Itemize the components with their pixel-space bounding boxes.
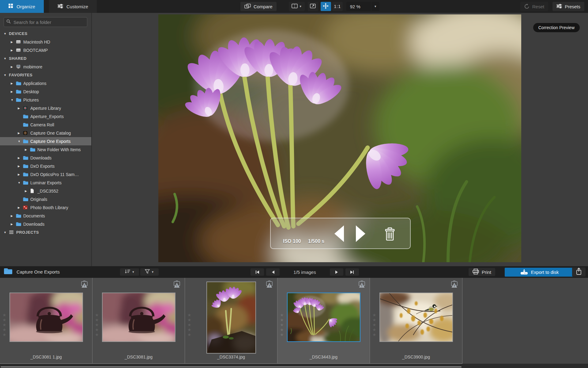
sidebar-item-downloads[interactable]: ▶Downloads — [0, 154, 91, 162]
thumbnail[interactable] — [9, 293, 83, 342]
chevron-down-icon[interactable]: ▼ — [4, 57, 9, 60]
filter-button[interactable]: ▼ — [140, 268, 159, 276]
chevron-down-icon[interactable]: ▼ — [4, 231, 9, 234]
zoom-level-dropdown[interactable]: ▼ — [371, 2, 379, 11]
compare-button[interactable]: Compare — [240, 2, 277, 11]
star-icon[interactable]: ★ — [95, 332, 99, 337]
sidebar-item-luminar-exports[interactable]: ▼Luminar Exports — [0, 178, 91, 187]
first-image-button[interactable] — [251, 268, 264, 276]
chevron-down-icon[interactable]: ▼ — [4, 74, 9, 77]
chevron-right-icon[interactable]: ▶ — [18, 132, 23, 135]
filmstrip-cell[interactable]: !★★★★★_DSC3374.jpg — [185, 278, 277, 364]
star-icon[interactable]: ★ — [372, 312, 376, 317]
sort-button[interactable]: ▼ — [120, 268, 139, 276]
next-image-button[interactable] — [330, 268, 343, 276]
sidebar-item-capture-one-catalog[interactable]: ▶Capture One Catalog — [0, 129, 91, 137]
star-icon[interactable]: ★ — [187, 312, 191, 317]
fullscreen-button[interactable] — [308, 2, 318, 11]
star-icon[interactable]: ★ — [372, 327, 376, 332]
star-icon[interactable]: ★ — [95, 312, 99, 317]
star-rating[interactable]: ★★★★★ — [372, 312, 376, 337]
sidebar-item-devices[interactable]: ▼DEVICES — [0, 29, 91, 38]
filmstrip-cell[interactable]: !★★★★★_DSC3081.jpg — [92, 278, 185, 364]
sidebar-item-favorites[interactable]: ▼FAVORITES — [0, 71, 91, 79]
chevron-right-icon[interactable]: ▶ — [11, 49, 16, 52]
star-icon[interactable]: ★ — [280, 332, 284, 337]
thumbnail[interactable] — [287, 293, 360, 342]
chevron-right-icon[interactable]: ▶ — [11, 65, 16, 68]
chevron-right-icon[interactable]: ▶ — [18, 173, 23, 176]
sidebar-item-aperture-exports[interactable]: Aperture_Exports — [0, 112, 91, 121]
star-rating[interactable]: ★★★★★ — [2, 312, 6, 337]
sidebar-item-mobimore[interactable]: ▶mobimore — [0, 63, 91, 71]
sidebar-item-dxo-opticspro-11-sam[interactable]: ▶DxO OpticsPro 11 Sam… — [0, 170, 91, 178]
star-icon[interactable]: ★ — [2, 322, 6, 327]
star-rating[interactable]: ★★★★★ — [95, 312, 99, 337]
share-button[interactable] — [572, 267, 586, 277]
filmstrip-cell[interactable]: !★★★★★_DSC3443.jpg — [277, 278, 370, 364]
sidebar-item-aperture-library[interactable]: ▶Aperture Library — [0, 104, 91, 112]
search-input[interactable] — [13, 19, 85, 25]
move-tool-button[interactable] — [321, 2, 331, 11]
sidebar-item-pictures[interactable]: ▼Pictures — [0, 96, 91, 104]
chevron-right-icon[interactable]: ▶ — [25, 190, 30, 193]
reset-button[interactable]: Reset — [520, 2, 548, 11]
chevron-right-icon[interactable]: ▶ — [11, 90, 16, 93]
filmstrip-cell[interactable]: !★★★★★_DSC3900.jpg — [370, 278, 462, 364]
chevron-down-icon[interactable]: ▼ — [11, 98, 16, 102]
star-icon[interactable]: ★ — [280, 327, 284, 332]
previous-image-button[interactable] — [266, 268, 280, 276]
chevron-right-icon[interactable]: ▶ — [11, 214, 16, 217]
chevron-right-icon[interactable]: ▶ — [11, 223, 16, 226]
star-icon[interactable]: ★ — [372, 332, 376, 337]
star-icon[interactable]: ★ — [2, 327, 6, 332]
folder-search-box[interactable] — [4, 17, 87, 27]
chevron-right-icon[interactable]: ▶ — [18, 107, 23, 110]
tab-organize[interactable]: Organize — [0, 0, 44, 13]
main-photo[interactable]: ISO 100 1/500 s — [158, 14, 521, 262]
chevron-down-icon[interactable]: ▼ — [18, 181, 23, 184]
chevron-right-icon[interactable]: ▶ — [11, 40, 16, 44]
star-icon[interactable]: ★ — [2, 317, 6, 322]
sidebar-item-photo-booth-library[interactable]: ▶Photo Booth Library — [0, 203, 91, 212]
chevron-right-icon[interactable]: ▶ — [25, 148, 30, 151]
star-icon[interactable]: ★ — [2, 332, 6, 337]
sidebar-item-projects[interactable]: ▼PROJECTS — [0, 228, 91, 236]
star-icon[interactable]: ★ — [2, 312, 6, 317]
star-rating[interactable]: ★★★★★ — [280, 312, 284, 337]
sidebar-item-originals[interactable]: Originals — [0, 195, 91, 203]
scrollbar-thumb[interactable] — [1, 366, 462, 367]
trash-button[interactable] — [384, 227, 396, 243]
export-to-disk-button[interactable]: Export to disk — [505, 268, 575, 277]
sidebar-item-camera-roll[interactable]: Camera Roll — [0, 121, 91, 129]
presets-button[interactable]: Presets — [552, 2, 584, 11]
filmstrip-scrollbar[interactable] — [0, 364, 588, 368]
star-icon[interactable]: ★ — [372, 322, 376, 327]
filmstrip-cell[interactable]: !★★★★★_DSC3081 1.jpg — [0, 278, 92, 364]
sidebar-item-dxo-exports[interactable]: ▶DxO Exports — [0, 162, 91, 170]
star-rating[interactable]: ★★★★★ — [187, 312, 191, 337]
correction-preview-button[interactable]: Correction Preview — [533, 23, 580, 32]
chevron-right-icon[interactable]: ▶ — [18, 206, 23, 209]
chevron-right-icon[interactable]: ▶ — [11, 82, 16, 85]
thumbnail[interactable] — [206, 282, 256, 354]
chevron-down-icon[interactable]: ▼ — [18, 140, 23, 143]
chevron-right-icon[interactable]: ▶ — [18, 156, 23, 159]
tab-customize[interactable]: Customize — [49, 0, 97, 13]
star-icon[interactable]: ★ — [95, 327, 99, 332]
sidebar-item-bootcamp[interactable]: ▶BOOTCAMP — [0, 46, 91, 54]
zoom-1to1-button[interactable]: 1:1 — [332, 2, 343, 11]
sidebar-item-applications[interactable]: ▶Applications — [0, 79, 91, 87]
sidebar-item-new-folder-with-items[interactable]: ▶New Folder With Items — [0, 145, 91, 154]
zoom-level-value[interactable]: 92 % — [346, 2, 371, 11]
sidebar-item-desktop[interactable]: ▶Desktop — [0, 87, 91, 96]
last-image-button[interactable] — [345, 268, 359, 276]
star-icon[interactable]: ★ — [280, 312, 284, 317]
star-icon[interactable]: ★ — [187, 332, 191, 337]
star-icon[interactable]: ★ — [372, 317, 376, 322]
thumbnail[interactable] — [102, 293, 175, 342]
star-icon[interactable]: ★ — [95, 317, 99, 322]
sidebar-item-capture-one-exports[interactable]: ▼Capture One Exports — [0, 137, 91, 145]
chevron-right-icon[interactable]: ▶ — [18, 165, 23, 168]
chevron-down-icon[interactable]: ▼ — [4, 32, 9, 35]
